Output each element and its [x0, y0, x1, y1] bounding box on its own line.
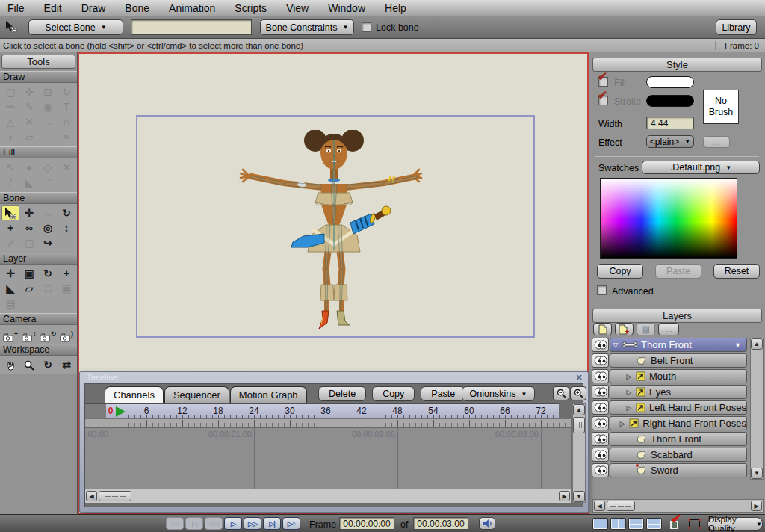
fast-forward-button[interactable]: ▷▷	[244, 517, 261, 530]
transform-handles-icon[interactable]	[689, 519, 700, 528]
effect-more-button[interactable]: ...	[703, 136, 730, 148]
tool-track-video[interactable]: ▤	[1, 296, 19, 311]
bone-constraints-dropdown[interactable]: Bone Constraints ▼	[260, 19, 354, 35]
delete-keys-button[interactable]: Delete	[318, 386, 366, 401]
view-layout-split-horizontal-button[interactable]	[628, 518, 644, 530]
tool-pan-tilt-camera[interactable]: )	[58, 327, 75, 341]
tool-rotate-layer-xy[interactable]: □	[39, 281, 57, 296]
step-back-button[interactable]: |◁	[185, 517, 203, 530]
current-frame-input[interactable]: 00:00:00:00	[339, 517, 394, 530]
tool-freehand[interactable]: ✎	[20, 99, 38, 114]
menu-view[interactable]: View	[286, 2, 319, 14]
reset-style-button[interactable]: Reset	[713, 264, 760, 279]
layer-visibility-icon[interactable]	[592, 400, 609, 415]
brush-selector[interactable]: No Brush	[703, 90, 739, 124]
tool-resize-bone[interactable]: ↕	[58, 220, 75, 235]
stroke-color-swatch[interactable]	[646, 95, 694, 107]
tool-offset-bone[interactable]: ↪	[39, 235, 57, 250]
fill-checkbox[interactable]: ✔	[598, 77, 608, 87]
menu-edit[interactable]: Edit	[44, 2, 72, 14]
tool-track-camera[interactable]: +	[1, 327, 19, 341]
expander-icon[interactable]: ▷	[617, 420, 628, 427]
layer-item[interactable]: Belt Front	[610, 353, 747, 368]
layer-menu-icon[interactable]: ▼	[734, 341, 741, 349]
tool-rotate-workspace[interactable]: ↻	[39, 357, 57, 372]
layer-visibility-icon[interactable]	[592, 448, 609, 462]
layer-visibility-icon[interactable]	[592, 338, 609, 352]
expander-icon[interactable]: ▷	[624, 404, 634, 412]
tool-bind-points[interactable]: ▢	[20, 235, 38, 250]
display-quality-dropdown[interactable]: Display Quality ▼	[707, 517, 763, 531]
scroll-left-icon[interactable]: ◀	[594, 501, 605, 511]
scroll-up-icon[interactable]: ▲	[573, 404, 585, 415]
tools-panel-header[interactable]: Tools	[1, 55, 75, 69]
tool-noise[interactable]: ≈	[58, 129, 75, 144]
tool-add-point[interactable]: ✏	[1, 99, 19, 114]
tool-paint-bucket[interactable]: ◇	[39, 160, 57, 175]
scroll-right-icon[interactable]: ▶	[751, 501, 762, 511]
bone-name-input[interactable]	[131, 19, 252, 35]
view-layout-single-button[interactable]	[592, 518, 608, 530]
expander-icon[interactable]: ▷	[624, 373, 634, 380]
view-layout-quad-button[interactable]	[646, 518, 662, 530]
width-input[interactable]: 4.44	[646, 117, 694, 129]
tool-draw-shape[interactable]: ◉	[39, 99, 57, 114]
advanced-checkbox[interactable]	[597, 285, 607, 295]
paste-style-button[interactable]: Paste	[655, 264, 701, 279]
frame-ruler[interactable]: 061218243036424854606672	[106, 403, 559, 418]
tool-rotate-bone[interactable]: ↻	[58, 205, 75, 220]
tool-rotate-layer[interactable]: ↻	[39, 266, 57, 281]
tool-orbit-workspace[interactable]: ⇄	[58, 357, 75, 372]
layer-visibility-icon[interactable]	[592, 416, 609, 430]
tool-select-shape[interactable]: ↖	[1, 160, 19, 175]
style-panel-header[interactable]: Style	[592, 58, 762, 72]
lock-bone-checkbox[interactable]	[362, 22, 371, 32]
layer-visibility-icon[interactable]	[592, 353, 609, 368]
copy-style-button[interactable]: Copy	[597, 264, 643, 279]
select-bone-dropdown[interactable]: Select Bone ▼	[28, 19, 123, 35]
tool-curvature[interactable]: ◗	[1, 129, 19, 144]
layer-item[interactable]: Scabbard	[610, 448, 747, 462]
layer-item[interactable]: ▽Thorn Front▼	[610, 338, 747, 352]
tool-flip-layer[interactable]: ◣	[1, 281, 19, 296]
tool-roll-camera[interactable]: ↻	[39, 327, 57, 341]
tool-curve-profile[interactable]: ◣	[20, 175, 38, 190]
layers-hscrollbar[interactable]: ◀ ▶	[592, 499, 764, 513]
tool-zoom-camera[interactable]: ↕	[20, 327, 38, 341]
hscroll-thumb[interactable]	[99, 491, 131, 501]
vscroll-thumb[interactable]	[573, 417, 585, 433]
tool-magnet[interactable]: ∩	[58, 114, 75, 129]
scroll-down-icon[interactable]: ▼	[573, 491, 585, 502]
tool-delete-edge[interactable]: ✕	[20, 114, 38, 129]
tab-sequencer[interactable]: Sequencer	[164, 386, 229, 403]
layer-item[interactable]: Sword	[610, 463, 747, 477]
tool-pan-workspace[interactable]	[1, 357, 19, 372]
tool-translate-bone[interactable]: ✛	[20, 205, 38, 220]
timeline-zoom-in-icon[interactable]	[570, 386, 586, 400]
timeline-zoom-out-icon[interactable]	[553, 386, 569, 400]
jump-start-button[interactable]: ○◁	[166, 517, 184, 530]
tool-reparent-bone[interactable]: ∞	[20, 220, 38, 235]
scroll-right-icon[interactable]: ▶	[559, 491, 570, 501]
tool-eyedropper[interactable]: /	[1, 175, 19, 190]
layer-visibility-icon[interactable]	[592, 385, 609, 399]
effect-dropdown[interactable]: <plain> ▼	[646, 135, 694, 148]
tool-scatter-brush[interactable]: ∴	[39, 114, 57, 129]
menu-scripts[interactable]: Scripts	[235, 2, 277, 14]
layer-visibility-icon[interactable]	[592, 432, 609, 446]
stroke-checkbox[interactable]: ✔	[598, 96, 608, 105]
menu-window[interactable]: Window	[328, 2, 376, 14]
timeline-hscrollbar[interactable]: ◀ ▶	[85, 489, 571, 503]
onionskins-dropdown[interactable]: Onionskins ▼	[462, 386, 535, 401]
menu-help[interactable]: Help	[385, 2, 417, 14]
copy-keys-button[interactable]: Copy	[372, 386, 415, 401]
timeline-track[interactable]: 00:00:0000:00:01:0000:00:02:0000:00:03:0…	[85, 427, 571, 489]
scroll-down-icon[interactable]: ▼	[751, 468, 763, 479]
play-button[interactable]: ▷	[224, 517, 242, 530]
scroll-up-icon[interactable]: ▲	[751, 338, 763, 350]
tool-scale-bone[interactable]: ↔	[39, 205, 57, 220]
new-layer-button[interactable]	[593, 323, 612, 335]
jump-end-button[interactable]: ▷○	[282, 517, 300, 530]
menu-file[interactable]: File	[7, 2, 35, 14]
layer-item[interactable]: ▷Right Hand Front Poses	[610, 416, 747, 430]
